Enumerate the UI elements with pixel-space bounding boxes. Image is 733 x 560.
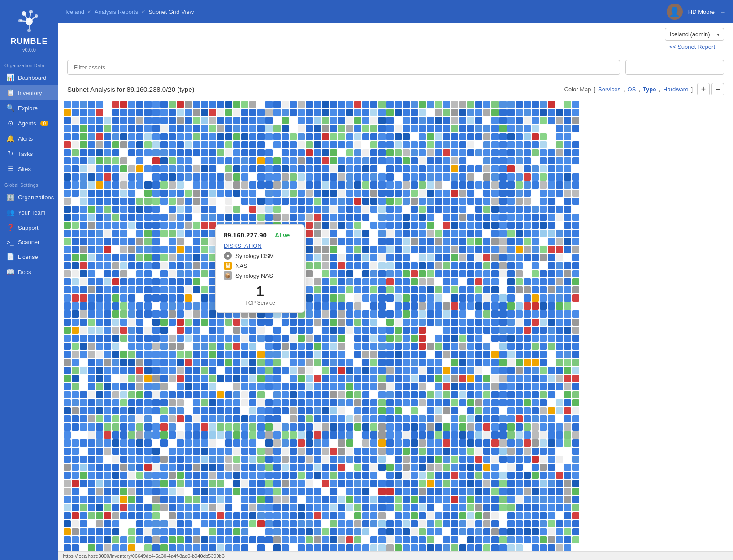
grid-cell[interactable] [217,125,224,132]
grid-cell[interactable] [435,488,442,495]
grid-cell[interactable] [451,359,458,366]
grid-cell[interactable] [499,391,507,398]
grid-cell[interactable] [491,238,499,245]
grid-cell[interactable] [483,520,490,527]
grid-cell[interactable] [370,246,377,253]
grid-cell[interactable] [524,512,531,519]
grid-cell[interactable] [540,206,547,213]
grid-cell[interactable] [80,262,87,269]
grid-cell[interactable] [80,536,87,543]
grid-cell[interactable] [330,383,337,390]
grid-cell[interactable] [185,431,192,439]
grid-cell[interactable] [507,101,515,108]
grid-cell[interactable] [459,488,466,495]
grid-cell[interactable] [540,181,547,189]
grid-cell[interactable] [459,520,466,527]
grid-cell[interactable] [330,520,337,527]
grid-cell[interactable] [451,278,458,285]
grid-cell[interactable] [572,415,579,422]
grid-cell[interactable] [338,383,345,390]
grid-cell[interactable] [532,448,539,455]
grid-cell[interactable] [201,173,208,181]
grid-cell[interactable] [386,544,394,551]
grid-cell[interactable] [233,359,240,366]
grid-cell[interactable] [273,214,281,221]
grid-cell[interactable] [395,294,402,302]
grid-cell[interactable] [370,472,377,479]
grid-cell[interactable] [395,512,402,519]
grid-cell[interactable] [185,415,192,422]
grid-cell[interactable] [144,496,152,503]
grid-cell[interactable] [532,149,539,156]
grid-cell[interactable] [427,391,434,398]
filter-assets-input[interactable] [67,60,620,75]
grid-cell[interactable] [475,230,482,237]
grid-cell[interactable] [169,206,176,213]
grid-cell[interactable] [572,181,579,189]
grid-cell[interactable] [265,472,273,479]
grid-cell[interactable] [314,415,321,422]
grid-cell[interactable] [88,246,95,253]
grid-cell[interactable] [72,399,79,406]
grid-cell[interactable] [556,310,563,318]
grid-cell[interactable] [451,496,458,503]
grid-cell[interactable] [314,238,321,245]
grid-cell[interactable] [556,383,563,390]
grid-cell[interactable] [298,117,305,124]
grid-cell[interactable] [152,504,160,511]
grid-cell[interactable] [435,407,442,414]
grid-cell[interactable] [419,254,426,261]
grid-cell[interactable] [298,157,305,164]
grid-cell[interactable] [524,294,531,302]
grid-cell[interactable] [169,125,176,132]
grid-cell[interactable] [532,173,539,181]
grid-cell[interactable] [185,335,192,342]
grid-cell[interactable] [556,488,563,495]
grid-cell[interactable] [540,302,547,310]
grid-cell[interactable] [467,173,474,181]
grid-cell[interactable] [88,270,95,277]
grid-cell[interactable] [72,101,79,108]
grid-cell[interactable] [104,335,111,342]
grid-cell[interactable] [290,319,297,326]
grid-cell[interactable] [128,246,135,253]
grid-cell[interactable] [362,230,369,237]
grid-cell[interactable] [136,286,143,293]
grid-cell[interactable] [225,480,232,487]
grid-cell[interactable] [169,488,176,495]
grid-cell[interactable] [177,439,184,447]
grid-cell[interactable] [338,399,345,406]
grid-cell[interactable] [120,472,127,479]
grid-cell[interactable] [96,448,103,455]
grid-cell[interactable] [411,133,418,140]
grid-cell[interactable] [524,528,531,535]
grid-cell[interactable] [201,319,208,326]
grid-cell[interactable] [257,101,265,108]
grid-cell[interactable] [265,173,273,181]
grid-cell[interactable] [96,367,103,374]
grid-cell[interactable] [532,214,539,221]
grid-cell[interactable] [564,125,571,132]
grid-cell[interactable] [128,464,135,471]
grid-cell[interactable] [80,125,87,132]
grid-cell[interactable] [169,520,176,527]
grid-cell[interactable] [152,238,160,245]
grid-cell[interactable] [273,375,281,382]
grid-cell[interactable] [104,496,111,503]
grid-cell[interactable] [314,335,321,342]
grid-cell[interactable] [112,504,119,511]
grid-cell[interactable] [322,302,329,310]
grid-cell[interactable] [459,391,466,398]
grid-cell[interactable] [419,375,426,382]
grid-cell[interactable] [419,294,426,302]
grid-cell[interactable] [104,157,111,164]
grid-cell[interactable] [427,294,434,302]
grid-cell[interactable] [370,165,377,172]
grid-cell[interactable] [169,319,176,326]
grid-cell[interactable] [241,512,248,519]
grid-cell[interactable] [419,173,426,181]
grid-cell[interactable] [411,488,418,495]
grid-cell[interactable] [112,544,119,551]
grid-cell[interactable] [411,319,418,326]
grid-cell[interactable] [532,327,539,334]
